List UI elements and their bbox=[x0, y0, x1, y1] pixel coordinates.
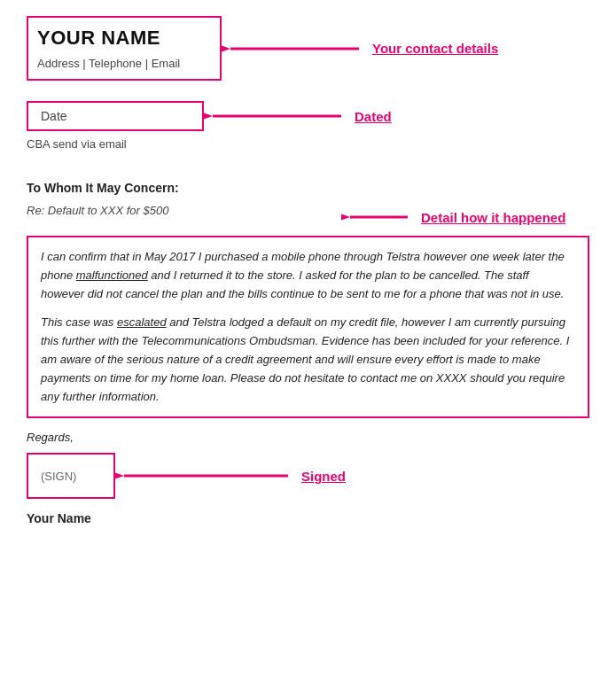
your-name-footer: Your Name bbox=[27, 511, 589, 525]
detail-paragraph2: This case was escalated and Telstra lodg… bbox=[41, 314, 575, 406]
name-contact-box: YOUR NAME Address | Telephone | Email bbox=[27, 16, 222, 81]
date-box: Date bbox=[27, 101, 204, 131]
malfunctioned-word: malfunctioned bbox=[76, 268, 148, 282]
to-whom: To Whom It May Concern: bbox=[27, 181, 589, 195]
sign-placeholder: (SIGN) bbox=[41, 470, 76, 483]
signed-arrow-area: Signed bbox=[115, 458, 589, 494]
contact-line: Address | Telephone | Email bbox=[37, 57, 206, 70]
sign-box: (SIGN) bbox=[27, 453, 115, 499]
regards: Regards, bbox=[27, 431, 589, 444]
dated-label: Dated bbox=[355, 109, 392, 124]
detail-arrow bbox=[341, 204, 412, 230]
detail-section: I can confirm that in May 2017 I purchas… bbox=[27, 236, 589, 418]
re-line: Re: Default to XXX for $500 bbox=[27, 204, 332, 217]
your-name: YOUR NAME bbox=[37, 27, 206, 50]
contact-arrow-area: Your contact details bbox=[222, 31, 589, 66]
date-label: Date bbox=[41, 109, 67, 123]
detail-arrow-area: Detail how it happened bbox=[341, 204, 589, 230]
contact-arrow bbox=[222, 31, 363, 66]
signed-arrow bbox=[115, 458, 292, 494]
signed-label: Signed bbox=[301, 469, 346, 484]
contact-label: Your contact details bbox=[372, 41, 498, 56]
detail-paragraph1: I can confirm that in May 2017 I purchas… bbox=[41, 248, 575, 303]
cba-line: CBA send via email bbox=[27, 137, 589, 151]
detail-label: Detail how it happened bbox=[421, 210, 565, 225]
escalated-word: escalated bbox=[117, 315, 167, 329]
dated-arrow-area: Dated bbox=[204, 98, 589, 134]
dated-arrow bbox=[204, 98, 346, 134]
